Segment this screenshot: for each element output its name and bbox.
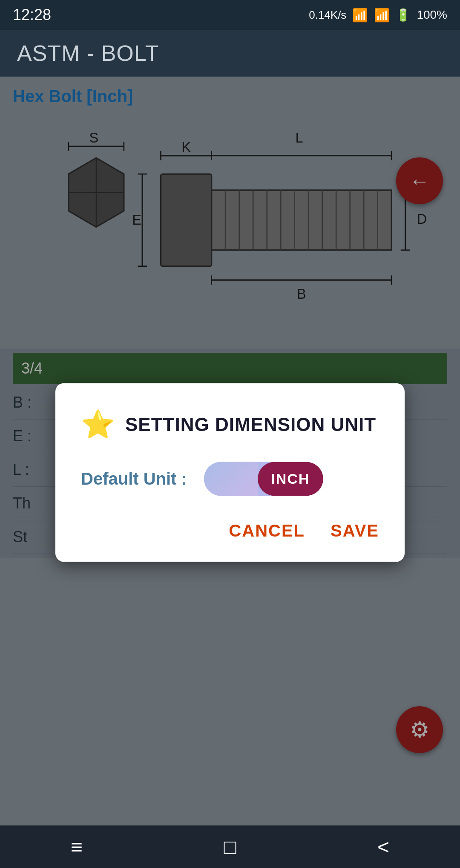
unit-toggle-inactive-side [204,462,258,496]
nav-bar: ≡ □ < [0,825,460,868]
menu-icon[interactable]: ≡ [71,835,83,859]
dialog-actions: CANCEL SAVE [81,521,379,540]
status-time: 12:28 [13,6,51,24]
app-header: ASTM - BOLT [0,30,460,77]
cancel-button[interactable]: CANCEL [229,521,305,540]
default-unit-label: Default Unit : [81,469,187,488]
dialog-title: SETTING DIMENSION UNIT [125,414,376,435]
star-icon: ⭐ [81,408,115,440]
main-content: Hex Bolt [Inch] S [0,77,460,825]
home-icon[interactable]: □ [224,835,236,859]
dialog-body: Default Unit : INCH [81,462,379,496]
battery-percent: 100% [417,8,447,22]
wifi-icon: 📶 [352,8,368,23]
battery-icon: 🔋 [396,8,411,22]
unit-label: INCH [271,471,310,487]
app-title: ASTM - BOLT [17,40,159,66]
network-speed: 0.14K/s [309,9,346,22]
status-bar: 12:28 0.14K/s 📶 📶 🔋 100% [0,0,460,30]
unit-toggle[interactable]: INCH [204,462,323,496]
nav-back-icon[interactable]: < [377,835,389,859]
save-button[interactable]: SAVE [331,521,379,540]
status-right: 0.14K/s 📶 📶 🔋 100% [309,8,447,23]
unit-toggle-active-side: INCH [258,462,323,496]
settings-dialog: ⭐ SETTING DIMENSION UNIT Default Unit : … [55,383,405,562]
dialog-title-row: ⭐ SETTING DIMENSION UNIT [81,408,379,440]
signal-icon: 📶 [374,8,390,23]
